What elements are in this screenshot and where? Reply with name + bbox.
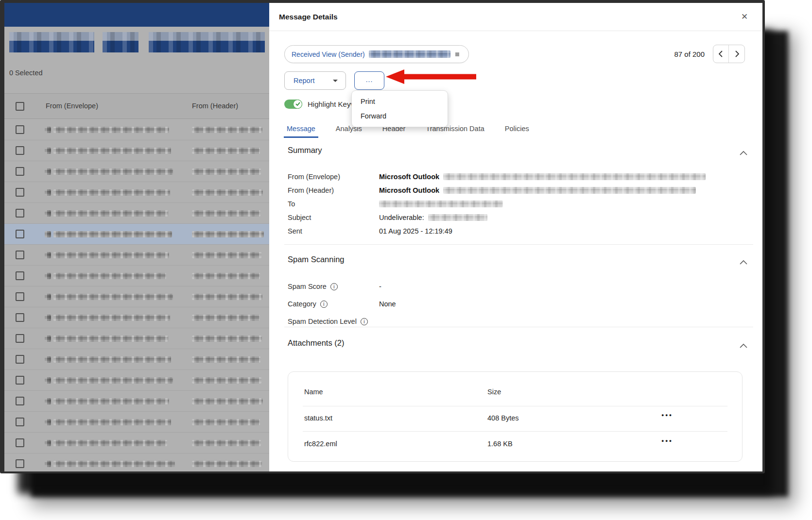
column-header-from-envelope[interactable]: From (Envelope) — [46, 102, 98, 110]
redacted-value — [443, 173, 706, 180]
app-window: 0 Selected From (Envelope) From (Header)… — [4, 3, 762, 471]
pagination-buttons — [713, 45, 745, 63]
redacted-cell-from-header — [192, 294, 262, 300]
field-label: Spam Detection Leveli — [288, 318, 379, 325]
redacted-cell-from-envelope — [53, 252, 169, 258]
report-button[interactable]: Report — [284, 71, 346, 90]
row-checkbox[interactable] — [16, 271, 24, 280]
table-row[interactable] — [4, 349, 269, 370]
attachment-actions-icon[interactable]: ●●● — [661, 438, 673, 443]
received-view-selector[interactable]: Received View (Sender) — [284, 45, 469, 63]
redacted-row-icon — [45, 356, 51, 363]
redacted-row-icon — [45, 273, 51, 279]
received-view-label: Received View (Sender) — [292, 50, 365, 58]
table-row[interactable] — [4, 203, 269, 224]
redacted-cell-from-envelope — [53, 440, 167, 446]
table-row[interactable] — [4, 328, 269, 349]
highlight-keywords-toggle[interactable] — [284, 100, 302, 109]
highlight-keywords-row: Highlight Keyw — [284, 99, 356, 109]
redacted-cell-from-header — [192, 168, 261, 175]
row-checkbox[interactable] — [16, 292, 24, 301]
close-icon[interactable]: ✕ — [738, 11, 751, 23]
screenshot-stage: 0 Selected From (Envelope) From (Header)… — [0, 0, 812, 520]
row-checkbox[interactable] — [16, 188, 24, 197]
select-all-checkbox[interactable] — [16, 102, 24, 111]
redacted-cell-from-header — [192, 335, 262, 342]
app-header-bar — [4, 3, 269, 27]
row-checkbox[interactable] — [16, 334, 24, 343]
info-icon[interactable]: i — [361, 318, 368, 325]
row-checkbox[interactable] — [16, 355, 24, 364]
redacted-cell-from-envelope — [53, 189, 170, 196]
attachments-card: Name Size status.txt408 Bytes●●●rfc822.e… — [288, 371, 743, 462]
redacted-chip-bottom — [9, 41, 94, 52]
redacted-cell-from-header — [192, 148, 260, 154]
attachment-size: 408 Bytes — [487, 414, 519, 422]
column-header-from-header[interactable]: From (Header) — [192, 102, 238, 110]
tab-message[interactable]: Message — [284, 121, 318, 138]
redacted-row-icon — [45, 398, 51, 404]
field-value: None — [379, 300, 396, 308]
field-value-bold: Microsoft Outlook — [379, 173, 439, 181]
report-button-label: Report — [294, 77, 333, 84]
more-actions-button[interactable]: ... — [354, 71, 384, 90]
redacted-value — [428, 214, 487, 221]
message-table-body — [4, 119, 269, 471]
redacted-filter-chip — [9, 32, 94, 52]
redacted-cell-from-header — [192, 419, 260, 425]
table-row[interactable] — [4, 161, 269, 182]
attachment-size: 1.68 KB — [487, 440, 513, 448]
spam-field: CategoryiNone — [288, 295, 743, 313]
redacted-cell-from-header — [192, 127, 262, 133]
table-row[interactable] — [4, 140, 269, 161]
row-checkbox[interactable] — [16, 418, 24, 426]
table-row[interactable] — [4, 245, 269, 266]
info-icon[interactable]: i — [320, 301, 328, 308]
table-row[interactable] — [4, 266, 269, 286]
redacted-chip-bottom — [103, 41, 138, 52]
redacted-row-icon — [45, 168, 51, 175]
table-row[interactable] — [4, 224, 269, 245]
menu-item-forward[interactable]: Forward — [352, 109, 448, 123]
table-row[interactable] — [4, 433, 269, 453]
field-label: Spam Scorei — [288, 283, 379, 290]
redacted-sender-address — [369, 50, 450, 58]
table-row[interactable] — [4, 307, 269, 328]
table-row[interactable] — [4, 370, 269, 391]
row-checkbox[interactable] — [16, 397, 24, 405]
collapse-spam-button[interactable] — [740, 258, 748, 264]
row-checkbox[interactable] — [16, 376, 24, 385]
info-icon[interactable]: i — [330, 283, 338, 290]
row-checkbox[interactable] — [16, 459, 24, 468]
row-checkbox[interactable] — [16, 146, 24, 155]
collapse-attachments-button[interactable] — [740, 341, 748, 347]
redacted-cell-from-header — [192, 377, 261, 384]
message-details-panel: Message Details ✕ Received View (Sender)… — [269, 3, 762, 471]
table-row[interactable] — [4, 391, 269, 412]
redacted-cell-from-envelope — [53, 148, 171, 154]
row-checkbox[interactable] — [16, 167, 24, 176]
row-checkbox[interactable] — [16, 313, 24, 322]
field-label: From (Envelope) — [288, 173, 379, 181]
row-checkbox[interactable] — [16, 230, 24, 238]
collapse-summary-button[interactable] — [740, 149, 748, 154]
row-checkbox[interactable] — [16, 438, 24, 447]
table-row[interactable] — [4, 453, 269, 471]
row-checkbox[interactable] — [16, 125, 24, 134]
field-value: Undeliverable: — [379, 214, 424, 221]
next-message-button[interactable] — [729, 45, 744, 63]
table-row[interactable] — [4, 182, 269, 203]
row-checkbox[interactable] — [16, 251, 24, 259]
menu-item-print[interactable]: Print — [352, 94, 448, 109]
table-row[interactable] — [4, 119, 269, 140]
redacted-cell-from-header — [192, 189, 263, 196]
row-checkbox[interactable] — [16, 209, 24, 218]
previous-message-button[interactable] — [713, 45, 729, 63]
redacted-cell-from-envelope — [53, 419, 171, 425]
attachment-actions-icon[interactable]: ●●● — [661, 413, 673, 418]
table-row[interactable] — [4, 412, 269, 433]
tab-policies[interactable]: Policies — [502, 121, 532, 138]
redacted-row-icon — [45, 335, 51, 342]
table-row[interactable] — [4, 286, 269, 307]
section-divider — [284, 327, 753, 327]
